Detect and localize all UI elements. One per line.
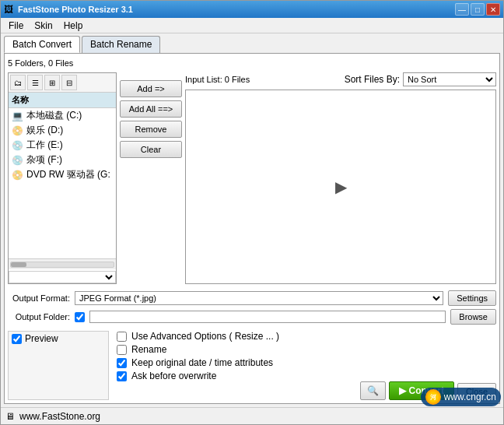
watermark: 河 www.cngr.cn xyxy=(421,388,501,406)
browse-button[interactable]: Browse xyxy=(450,309,496,325)
tree-label-2: 工作 (E:) xyxy=(26,139,63,152)
rename-label: Rename xyxy=(131,344,166,355)
remove-button[interactable]: Remove xyxy=(120,121,182,138)
advanced-checkbox[interactable] xyxy=(117,332,127,342)
status-icon-pc: 🖥 xyxy=(5,411,15,422)
add-button[interactable]: Add => xyxy=(120,80,182,97)
minimize-button[interactable]: — xyxy=(455,3,469,16)
tree-icon-2: 💿 xyxy=(12,140,23,151)
view-btn-3[interactable]: ⊞ xyxy=(44,75,60,90)
preview-checkbox[interactable] xyxy=(12,334,22,344)
tree-item-2[interactable]: 💿 工作 (E:) xyxy=(9,138,116,153)
middle-buttons: Add => Add All ==> Remove Clear xyxy=(120,72,182,284)
folder-checkbox[interactable] xyxy=(75,312,85,322)
rename-checkbox[interactable] xyxy=(117,345,127,355)
options-panel: Use Advanced Options ( Resize ... ) Rena… xyxy=(114,331,496,381)
menu-file[interactable]: File xyxy=(4,19,28,33)
horizontal-scrollbar[interactable] xyxy=(9,258,116,269)
title-bar: 🖼 FastStone Photo Resizer 3.1 — □ ✕ xyxy=(1,1,503,18)
input-list-area: ▶ xyxy=(185,90,496,284)
sort-select[interactable]: No Sort File Name File Size File Date xyxy=(403,72,496,86)
status-bar: 🖥 www.FastStone.org xyxy=(1,407,503,424)
watermark-text: www.cngr.cn xyxy=(444,392,496,402)
tree-icon-3: 💿 xyxy=(12,155,23,166)
tree-icon-1: 📀 xyxy=(12,125,23,136)
right-panel: Input List: 0 Files Sort Files By: No So… xyxy=(185,72,496,284)
tab-batch-convert[interactable]: Batch Convert xyxy=(4,36,80,53)
keep-date-label: Keep original date / time attributes xyxy=(131,357,273,368)
keep-date-option: Keep original date / time attributes xyxy=(117,357,493,368)
tree-icon-0: 💻 xyxy=(12,111,23,121)
input-list-label: Input List: 0 Files xyxy=(185,75,250,84)
preview-area xyxy=(9,346,108,399)
left-toolbar: 🗂 ☰ ⊞ ⊟ xyxy=(9,73,116,93)
output-format-row: Output Format: JPEG Format (*.jpg) PNG F… xyxy=(8,290,496,306)
preview-panel: Preview xyxy=(8,331,109,400)
file-tree: 💻 本地磁盘 (C:) 📀 娱乐 (D:) 💿 工作 (E:) 💿 杂项 (F:… xyxy=(9,108,116,258)
tree-label-4: DVD RW 驱动器 (G: xyxy=(26,168,110,181)
search-icon: 🔍 xyxy=(367,385,379,396)
tree-item-4[interactable]: 📀 DVD RW 驱动器 (G: xyxy=(9,167,116,182)
menu-bar: File Skin Help xyxy=(1,18,503,33)
clear-button[interactable]: Clear xyxy=(120,141,182,158)
view-btn-2[interactable]: ☰ xyxy=(27,75,43,90)
file-count: 5 Folders, 0 Files xyxy=(8,57,496,69)
sort-by-container: Sort Files By: No Sort File Name File Si… xyxy=(345,72,496,86)
advanced-label: Use Advanced Options ( Resize ... ) xyxy=(131,331,279,342)
title-bar-buttons: — □ ✕ xyxy=(455,3,500,16)
tree-label-3: 杂项 (F:) xyxy=(26,153,62,167)
tree-label-1: 娱乐 (D:) xyxy=(26,124,63,137)
app-title: FastStone Photo Resizer 3.1 xyxy=(18,5,133,14)
maximize-button[interactable]: □ xyxy=(471,3,485,16)
cursor-icon: ▶ xyxy=(335,177,347,196)
ask-overwrite-option: Ask before overwrite xyxy=(117,371,493,381)
preview-header: Preview xyxy=(9,332,108,346)
menu-skin[interactable]: Skin xyxy=(30,19,57,33)
left-dropdown[interactable] xyxy=(9,271,116,283)
tab-bar: Batch Convert Batch Rename xyxy=(1,33,503,53)
folder-select[interactable] xyxy=(9,271,116,283)
folder-input[interactable] xyxy=(89,311,446,323)
tree-item-3[interactable]: 💿 杂项 (F:) xyxy=(9,153,116,167)
rename-option: Rename xyxy=(117,344,493,355)
watermark-logo: 河 xyxy=(425,389,441,405)
scroll-track[interactable] xyxy=(10,262,114,268)
format-label: Output Format: xyxy=(8,293,70,303)
main-panel: 🗂 ☰ ⊞ ⊟ 名称 💻 本地磁盘 (C:) 📀 娱乐 (D:) xyxy=(8,72,496,284)
settings-button[interactable]: Settings xyxy=(448,290,496,306)
keep-date-checkbox[interactable] xyxy=(117,358,127,368)
status-url: www.FastStone.org xyxy=(19,411,100,422)
view-btn-4[interactable]: ⊟ xyxy=(61,75,77,90)
search-button[interactable]: 🔍 xyxy=(360,381,386,400)
sort-label: Sort Files By: xyxy=(345,74,400,85)
main-window: 🖼 FastStone Photo Resizer 3.1 — □ ✕ File… xyxy=(0,0,504,425)
file-tree-panel: 🗂 ☰ ⊞ ⊟ 名称 💻 本地磁盘 (C:) 📀 娱乐 (D:) xyxy=(8,72,117,284)
folder-label: Output Folder: xyxy=(8,312,70,321)
title-bar-left: 🖼 FastStone Photo Resizer 3.1 xyxy=(4,4,133,15)
view-btn-1[interactable]: 🗂 xyxy=(10,75,26,90)
tree-label-0: 本地磁盘 (C:) xyxy=(26,109,82,122)
ask-overwrite-label: Ask before overwrite xyxy=(131,371,216,381)
add-all-button[interactable]: Add All ==> xyxy=(120,100,182,118)
close-button[interactable]: ✕ xyxy=(486,3,500,16)
convert-play-icon: ▶ xyxy=(399,385,406,396)
tree-header: 名称 xyxy=(9,93,116,108)
tree-item-0[interactable]: 💻 本地磁盘 (C:) xyxy=(9,108,116,123)
format-select[interactable]: JPEG Format (*.jpg) PNG Format (*.png) B… xyxy=(75,291,443,305)
menu-help[interactable]: Help xyxy=(59,19,88,33)
tree-item-1[interactable]: 📀 娱乐 (D:) xyxy=(9,123,116,138)
tree-icon-4: 📀 xyxy=(12,170,23,181)
ask-overwrite-checkbox[interactable] xyxy=(117,371,127,381)
content-area: 5 Folders, 0 Files 🗂 ☰ ⊞ ⊟ 名称 💻 本地磁盘 (C:… xyxy=(4,53,500,404)
input-list-header: Input List: 0 Files Sort Files By: No So… xyxy=(185,72,496,86)
output-folder-row: Output Folder: Browse xyxy=(8,309,496,325)
output-section: Output Format: JPEG Format (*.jpg) PNG F… xyxy=(8,287,496,328)
tab-batch-rename[interactable]: Batch Rename xyxy=(82,36,160,53)
scroll-thumb[interactable] xyxy=(11,262,26,267)
advanced-option: Use Advanced Options ( Resize ... ) xyxy=(117,331,493,342)
app-icon: 🖼 xyxy=(4,4,15,15)
preview-label: Preview xyxy=(25,333,58,344)
